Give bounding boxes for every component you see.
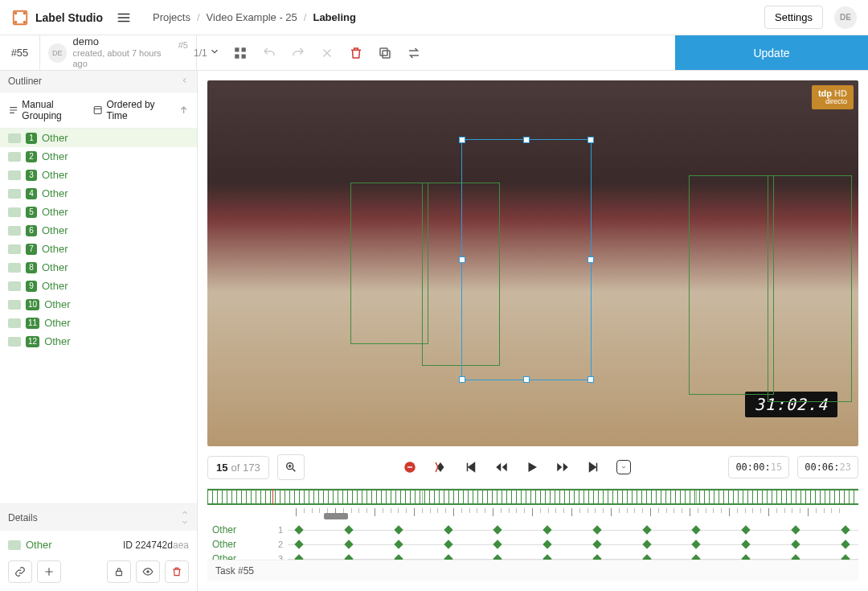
region-item[interactable]: 6Other: [0, 221, 197, 240]
keyframe-icon[interactable]: [642, 525, 651, 534]
update-button[interactable]: Update: [675, 35, 868, 70]
keyframe-icon[interactable]: [592, 525, 601, 534]
keyframe-icon[interactable]: [692, 554, 701, 560]
chevron-down-icon[interactable]: [209, 46, 220, 60]
keyframe-icon[interactable]: [791, 540, 800, 548]
annotation-id-mini: #5: [178, 40, 188, 50]
keyframe-icon[interactable]: [444, 525, 452, 534]
keyframe-toggle-icon[interactable]: [433, 460, 448, 474]
swap-icon[interactable]: [407, 46, 421, 60]
keyframe-icon[interactable]: [642, 540, 651, 548]
keyframe-icon[interactable]: [592, 554, 601, 560]
keyframe-icon[interactable]: [642, 554, 651, 560]
time-current[interactable]: 00:00:15: [728, 456, 789, 478]
keyframe-icon[interactable]: [295, 540, 304, 548]
region-tag-icon: [8, 207, 21, 217]
rewind-icon[interactable]: [494, 460, 509, 474]
keyframe-icon[interactable]: [592, 540, 601, 548]
keyframe-icon[interactable]: [841, 525, 850, 534]
lock-icon[interactable]: [107, 560, 131, 583]
region-tag-icon: [8, 152, 21, 162]
skip-start-icon[interactable]: [464, 460, 478, 474]
frame-counter[interactable]: 15 of 173: [207, 456, 269, 479]
keyframe-icon[interactable]: [344, 554, 353, 560]
play-icon[interactable]: [525, 460, 539, 474]
keyframe-icon[interactable]: [394, 540, 403, 548]
delete-icon[interactable]: [165, 560, 189, 583]
fastforward-icon[interactable]: [555, 460, 570, 474]
keyframe-icon[interactable]: [444, 540, 452, 548]
region-item[interactable]: 3Other: [0, 166, 197, 184]
keyframe-icon[interactable]: [542, 554, 551, 560]
trash-icon[interactable]: [349, 46, 363, 60]
close-icon[interactable]: [320, 46, 334, 60]
keyframe-icon[interactable]: [295, 525, 304, 534]
collapse-details-icon[interactable]: [181, 509, 189, 526]
breadcrumb-project[interactable]: Video Example - 25: [207, 11, 297, 23]
keyframe-icon[interactable]: [791, 525, 800, 534]
keyframe-icon[interactable]: [295, 554, 304, 560]
keyframe-icon[interactable]: [841, 540, 850, 548]
keyframe-icon[interactable]: [741, 554, 750, 560]
breadcrumb-current: Labeling: [313, 11, 355, 23]
timeline-ruler[interactable]: [207, 489, 858, 505]
region-item[interactable]: 5Other: [0, 203, 197, 221]
keyframe-icon[interactable]: [493, 554, 502, 560]
keyframe-icon[interactable]: [394, 554, 403, 560]
region-item[interactable]: 12Other: [0, 332, 197, 351]
region-item[interactable]: 10Other: [0, 295, 197, 314]
eye-icon[interactable]: [136, 560, 160, 583]
scrub-handle[interactable]: [324, 513, 348, 519]
keyframe-icon[interactable]: [741, 525, 750, 534]
time-total[interactable]: 00:06:23: [797, 456, 858, 478]
zoom-icon[interactable]: [277, 454, 305, 480]
track-row[interactable]: Other3: [207, 552, 858, 560]
video-canvas[interactable]: tdp HD directo 31:02.4: [207, 80, 858, 446]
region-tag-icon: [8, 226, 21, 236]
keyframe-icon[interactable]: [493, 540, 502, 548]
track-number: 2: [272, 540, 288, 549]
keyframe-icon[interactable]: [344, 540, 353, 548]
user-avatar[interactable]: DE: [834, 6, 857, 29]
keyframe-icon[interactable]: [542, 540, 551, 548]
collapse-outliner-icon[interactable]: [181, 76, 189, 87]
region-item[interactable]: 9Other: [0, 277, 197, 295]
breadcrumb-projects[interactable]: Projects: [153, 11, 190, 23]
timeline-tracks[interactable]: Other1Other2Other3Other4Other5: [207, 508, 858, 560]
region-item[interactable]: 11Other: [0, 314, 197, 332]
menu-icon[interactable]: [114, 8, 133, 27]
redo-icon[interactable]: [291, 46, 305, 60]
stop-icon[interactable]: [403, 460, 417, 474]
keyframe-icon[interactable]: [344, 525, 353, 534]
track-row[interactable]: Other1: [207, 523, 858, 537]
ordering-dropdown[interactable]: Ordered by Time: [92, 99, 189, 121]
region-number-badge: 1: [26, 133, 37, 144]
grid-icon[interactable]: [233, 46, 248, 60]
keyframe-icon[interactable]: [444, 554, 452, 560]
grouping-dropdown[interactable]: Manual Grouping: [8, 99, 92, 121]
brand-name: Label Studio: [35, 11, 103, 24]
region-item[interactable]: 2Other: [0, 147, 197, 166]
region-item[interactable]: 1Other: [0, 129, 197, 147]
settings-button[interactable]: Settings: [764, 6, 823, 29]
region-item[interactable]: 8Other: [0, 258, 197, 277]
keyframe-icon[interactable]: [493, 525, 502, 534]
region-item[interactable]: 7Other: [0, 240, 197, 258]
region-label: Other: [42, 169, 68, 181]
plus-icon[interactable]: [37, 560, 61, 583]
keyframe-icon[interactable]: [692, 525, 701, 534]
keyframe-down-icon[interactable]: [616, 460, 631, 474]
track-row[interactable]: Other2: [207, 537, 858, 552]
keyframe-icon[interactable]: [542, 525, 551, 534]
copy-icon[interactable]: [378, 46, 392, 60]
skip-end-icon[interactable]: [586, 460, 600, 474]
region-label: Other: [44, 335, 71, 347]
undo-icon[interactable]: [262, 46, 276, 60]
region-item[interactable]: 4Other: [0, 184, 197, 203]
keyframe-icon[interactable]: [791, 554, 800, 560]
keyframe-icon[interactable]: [841, 554, 850, 560]
link-icon[interactable]: [8, 560, 32, 583]
keyframe-icon[interactable]: [692, 540, 701, 548]
keyframe-icon[interactable]: [394, 525, 403, 534]
keyframe-icon[interactable]: [741, 540, 750, 548]
